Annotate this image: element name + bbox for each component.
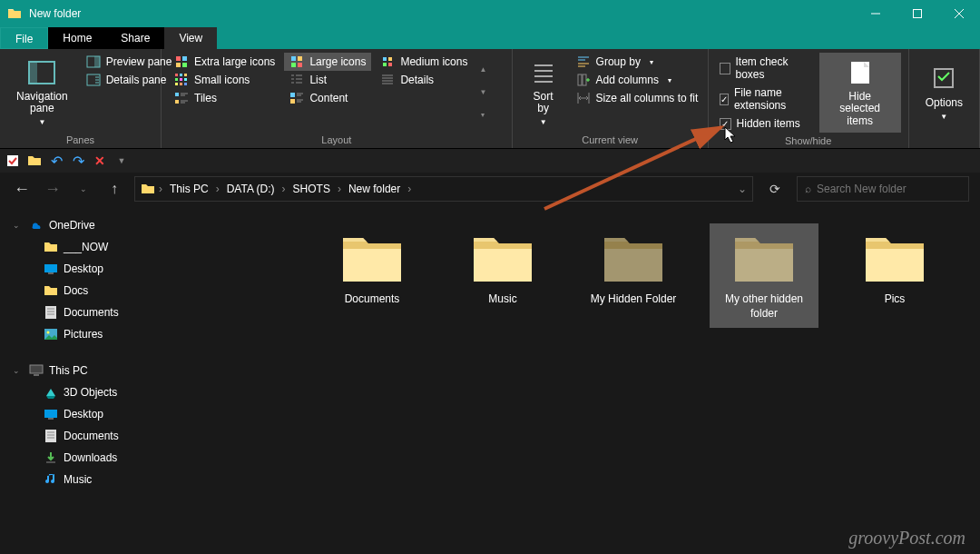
svg-rect-7	[182, 56, 187, 61]
item-checkboxes-toggle[interactable]: Item check boxes	[716, 53, 816, 84]
tree-item[interactable]: Desktop	[0, 258, 309, 280]
expand-icon[interactable]: ▾	[476, 111, 489, 119]
tree-item[interactable]: Docs	[0, 280, 309, 302]
qat-dropdown[interactable]: ▼	[114, 153, 129, 168]
tab-home[interactable]: Home	[48, 27, 106, 49]
size-columns-button[interactable]: Size all columns to fit	[571, 89, 704, 107]
chevron-right-icon[interactable]: ›	[159, 183, 162, 195]
quick-access-toolbar: ↶ ↷ ✕ ▼	[0, 149, 980, 173]
crumb-thispc[interactable]: This PC	[166, 183, 212, 195]
large-icons-button[interactable]: Large icons	[284, 53, 371, 71]
folder-view[interactable]: DocumentsMusicMy Hidden FolderMy other h…	[309, 205, 980, 554]
add-columns-button[interactable]: Add columns▾	[571, 71, 704, 89]
svg-rect-4	[94, 56, 100, 67]
chevron-right-icon[interactable]: ›	[216, 183, 220, 195]
tree-item[interactable]: ___NOW	[0, 236, 309, 258]
tree-item[interactable]: Pictures	[0, 323, 309, 345]
svg-rect-43	[44, 410, 57, 418]
tree-item[interactable]: Music	[0, 469, 309, 490]
scroll-down-icon[interactable]: ▼	[476, 88, 489, 96]
folder-label: Documents	[345, 292, 400, 307]
tab-share[interactable]: Share	[106, 27, 164, 49]
tree-item[interactable]: Desktop	[0, 403, 309, 425]
file-extensions-toggle[interactable]: File name extensions	[716, 84, 816, 114]
chevron-right-icon[interactable]: ›	[282, 183, 286, 195]
chevron-down-icon[interactable]: ⌄	[13, 366, 24, 375]
undo-icon[interactable]: ↶	[49, 153, 64, 168]
tree-item[interactable]: Documents	[0, 425, 309, 447]
svg-rect-19	[175, 93, 179, 96]
svg-rect-22	[298, 56, 302, 61]
tab-file[interactable]: File	[0, 27, 48, 49]
tree-thispc[interactable]: ⌄ This PC	[0, 360, 309, 381]
group-label-current: Current view	[520, 132, 701, 148]
navigation-tree[interactable]: ⌄ OneDrive ___NOW Desktop Docs Documents…	[0, 205, 309, 554]
search-input[interactable]	[817, 183, 961, 195]
address-dropdown[interactable]: ⌄	[738, 183, 747, 195]
small-icons-button[interactable]: Small icons	[169, 71, 280, 89]
back-button[interactable]: ←	[11, 178, 33, 200]
navigation-pane-button[interactable]: Navigation pane ▼	[7, 53, 77, 132]
folder-label: My other hidden folder	[713, 292, 815, 321]
svg-rect-18	[184, 83, 187, 85]
tab-view[interactable]: View	[164, 27, 217, 49]
watermark: groovyPost.com	[848, 528, 965, 549]
folder-item[interactable]: Documents	[318, 223, 426, 314]
svg-rect-35	[7, 155, 18, 166]
tree-item[interactable]: Documents	[0, 302, 309, 323]
address-bar[interactable]: › This PC › DATA (D:) › SHOTS › New fold…	[134, 176, 753, 202]
folder-item[interactable]: Music	[448, 223, 557, 314]
group-label-showhide: Show/hide	[716, 133, 901, 149]
tree-onedrive[interactable]: ⌄ OneDrive	[0, 214, 309, 236]
hide-selected-button[interactable]: Hide selected items	[819, 53, 901, 133]
tiles-button[interactable]: Tiles	[169, 89, 280, 107]
folder-item[interactable]: Pics	[840, 223, 949, 314]
ribbon-tabs: File Home Share View	[0, 27, 980, 49]
chevron-down-icon: ▼	[38, 118, 45, 126]
tree-item[interactable]: Downloads	[0, 447, 309, 469]
svg-rect-16	[175, 83, 178, 85]
checkbox-icon[interactable]	[5, 153, 20, 168]
folder-label: Pics	[885, 292, 906, 307]
medium-icons-button[interactable]: Medium icons	[375, 53, 473, 71]
forward-button[interactable]: →	[42, 178, 64, 200]
crumb-data[interactable]: DATA (D:)	[223, 183, 279, 195]
folder-icon	[731, 231, 797, 285]
folder-item[interactable]: My Hidden Folder	[579, 223, 688, 314]
group-by-button[interactable]: Group by▾	[571, 53, 704, 71]
recent-dropdown[interactable]: ⌄	[73, 178, 94, 200]
folder-label: My Hidden Folder	[591, 292, 677, 307]
folder-icon[interactable]	[27, 153, 42, 168]
options-button[interactable]: Options ▼	[916, 53, 972, 132]
svg-rect-15	[184, 78, 187, 81]
maximize-button[interactable]	[897, 0, 938, 27]
svg-rect-26	[290, 99, 295, 104]
svg-rect-0	[914, 10, 922, 18]
up-button[interactable]: ↑	[103, 178, 125, 200]
titlebar: New folder	[0, 0, 980, 27]
redo-icon[interactable]: ↷	[71, 153, 85, 168]
search-box[interactable]: ⌕	[797, 176, 969, 202]
chevron-right-icon[interactable]: ›	[407, 183, 411, 195]
chevron-right-icon[interactable]: ›	[338, 183, 341, 195]
crumb-shots[interactable]: SHOTS	[289, 183, 334, 195]
delete-icon[interactable]: ✕	[93, 153, 107, 168]
folder-icon	[470, 231, 535, 285]
refresh-button[interactable]: ⟳	[762, 176, 788, 202]
svg-rect-2	[29, 62, 37, 84]
chevron-down-icon[interactable]: ⌄	[13, 221, 24, 230]
folder-icon	[7, 6, 22, 21]
details-view-button[interactable]: Details	[375, 71, 473, 89]
svg-point-40	[47, 331, 50, 334]
minimize-button[interactable]	[855, 0, 897, 27]
scroll-up-icon[interactable]: ▲	[476, 65, 489, 74]
folder-item[interactable]: My other hidden folder	[710, 223, 818, 328]
content-button[interactable]: Content	[284, 89, 371, 107]
close-button[interactable]	[938, 0, 980, 27]
sort-by-button[interactable]: Sort by ▼	[520, 53, 567, 132]
extra-large-icons-button[interactable]: Extra large icons	[169, 53, 280, 71]
tree-item[interactable]: 3D Objects	[0, 381, 309, 403]
crumb-newfolder[interactable]: New folder	[345, 183, 404, 195]
list-button[interactable]: List	[284, 71, 371, 89]
svg-rect-24	[298, 63, 302, 67]
